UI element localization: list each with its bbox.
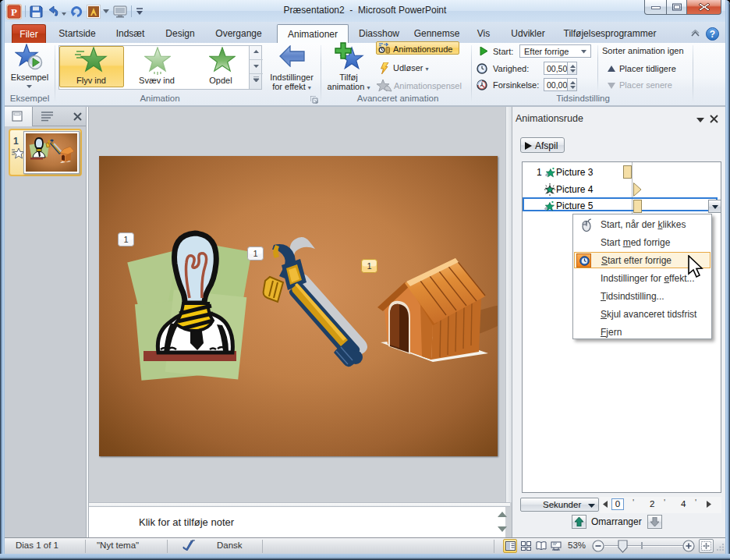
svg-text:1: 1 — [123, 235, 128, 244]
svg-text:?: ? — [710, 29, 715, 40]
svg-text:P: P — [11, 6, 17, 18]
svg-text:1: 1 — [367, 261, 371, 271]
svg-text:1: 1 — [253, 249, 257, 258]
